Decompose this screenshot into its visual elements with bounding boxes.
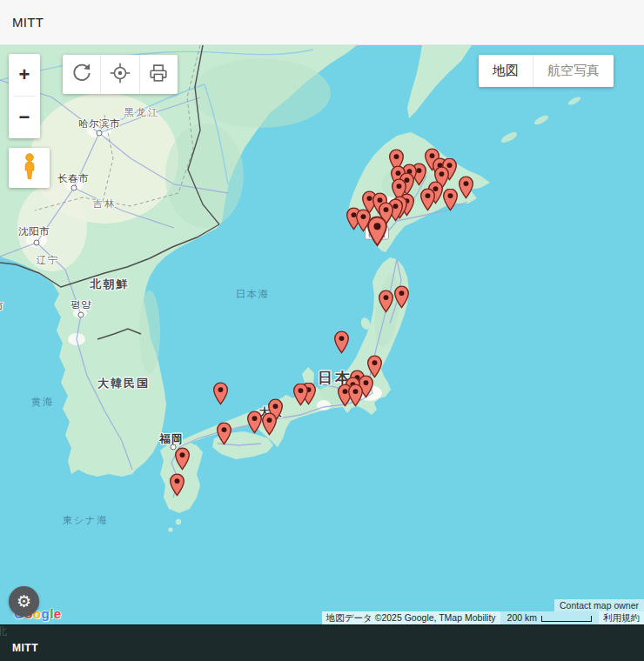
zoom-control: + −	[9, 54, 40, 138]
map-data-attribution: 地図データ ©2025 Google, TMap Mobility	[322, 611, 500, 624]
map-marker[interactable]	[261, 412, 278, 439]
zoom-in-button[interactable]: +	[9, 54, 40, 96]
scale-text: 200 km	[507, 611, 537, 624]
contact-map-owner-link[interactable]: Contact map owner	[554, 599, 644, 611]
map-settings-button[interactable]: ⚙	[9, 586, 39, 617]
scale-control: 200 km	[500, 611, 599, 624]
map-marker[interactable]	[216, 422, 232, 449]
attribution-bar: 地図データ ©2025 Google, TMap Mobility 200 km…	[322, 611, 644, 624]
print-icon	[146, 61, 171, 89]
refresh-button[interactable]	[63, 55, 100, 94]
pegman-icon	[19, 152, 40, 184]
footer-title: MITT	[12, 642, 38, 654]
map-marker[interactable]	[174, 447, 191, 474]
terms-link[interactable]: 利用規約	[599, 611, 644, 624]
pegman-control[interactable]	[9, 148, 50, 188]
map-type-satellite-button[interactable]: 航空写真	[533, 55, 614, 87]
map-canvas[interactable]: 黑龙江哈尔滨市长春市吉林沈阳市辽宁北朝鮮평양大韓民国黄海日本海東シナ海日本大阪福…	[0, 45, 644, 624]
map-marker[interactable]	[212, 382, 229, 409]
page-title: MITT	[0, 15, 44, 30]
map-marker[interactable]	[366, 216, 388, 250]
scale-bar	[541, 616, 592, 622]
map-marker[interactable]	[393, 285, 410, 312]
map-marker[interactable]	[419, 188, 436, 215]
my-location-icon	[108, 61, 132, 89]
map-marker[interactable]	[458, 176, 474, 203]
map-type-control: 地図 航空写真	[479, 55, 614, 87]
map-edge-fragment: 北	[0, 625, 9, 640]
map-marker[interactable]	[347, 384, 364, 411]
map-type-map-button[interactable]: 地図	[479, 55, 533, 87]
my-location-button[interactable]	[100, 55, 138, 94]
google-logo-letter: g	[42, 606, 50, 621]
map-marker[interactable]	[378, 290, 394, 317]
zoom-out-button[interactable]: −	[9, 97, 40, 138]
base-map	[0, 45, 644, 624]
app-header: MITT	[0, 0, 644, 45]
refresh-icon	[70, 61, 94, 89]
gear-icon: ⚙	[17, 591, 31, 611]
map-marker[interactable]	[292, 383, 309, 410]
map-marker[interactable]	[442, 188, 459, 215]
google-logo-letter: e	[54, 606, 62, 621]
map-marker[interactable]	[333, 330, 350, 357]
map-toolbar	[63, 55, 178, 94]
app-footer: 北 MITT	[0, 624, 644, 661]
map-marker[interactable]	[169, 473, 185, 500]
print-button[interactable]	[139, 55, 178, 94]
